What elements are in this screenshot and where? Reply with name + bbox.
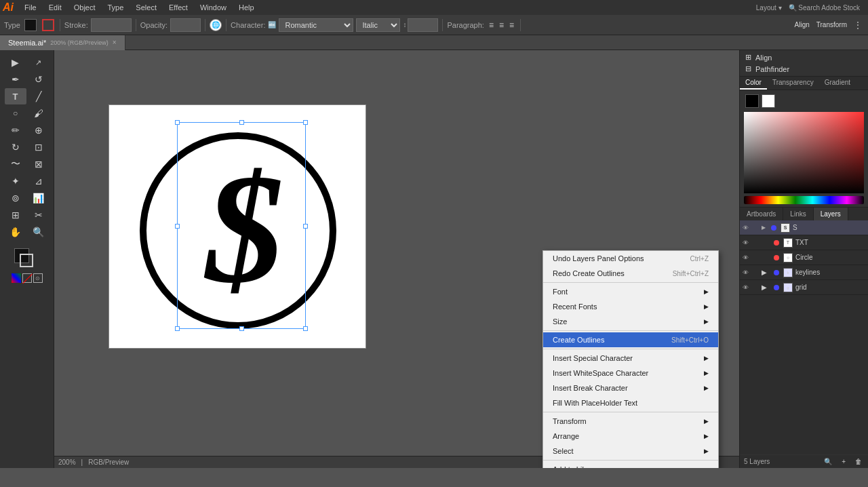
eye-icon-grid[interactable]: 👁 — [743, 284, 751, 291]
menu-object[interactable]: Object — [68, 2, 101, 13]
layers-tab[interactable]: Layers — [814, 208, 848, 220]
menu-help[interactable]: Help — [233, 2, 260, 13]
color-swatches — [740, 90, 868, 112]
ctx-insert-whitespace[interactable]: Insert WhiteSpace Character ▶ — [543, 366, 718, 381]
ctx-insert-special[interactable]: Insert Special Character ▶ — [543, 351, 718, 366]
artboards-tab[interactable]: Artboards — [740, 208, 783, 220]
arrow-icon-s[interactable]: ▶ — [762, 225, 768, 231]
layer-name-keylines: keylines — [795, 269, 865, 276]
shaper-tool[interactable]: ⊕ — [28, 122, 50, 138]
align-panel-btn[interactable]: Align — [793, 20, 812, 29]
ctx-arrange[interactable]: Arrange ▶ — [543, 429, 718, 444]
arrow-keylines[interactable]: ▶ — [762, 269, 771, 276]
symbol-sprayer-tool[interactable]: ⊚ — [5, 190, 26, 206]
opacity-input[interactable]: 100% — [170, 18, 201, 32]
eye-icon-keylines[interactable]: 👁 — [743, 269, 751, 276]
slice-tool[interactable]: ✂ — [28, 207, 50, 223]
layout-dropdown[interactable]: Layout ▾ — [756, 4, 782, 12]
color-tab[interactable]: Color — [740, 77, 767, 90]
ctx-transform[interactable]: Transform ▶ — [543, 414, 718, 429]
none-swatch[interactable] — [22, 273, 32, 283]
transparency-tab[interactable]: Transparency — [767, 77, 819, 90]
menu-edit[interactable]: Edit — [43, 2, 67, 13]
transform-panel-btn[interactable]: Transform — [814, 20, 849, 29]
ctx-redo[interactable]: Redo Create Outlines Shift+Ctrl+Z — [543, 266, 718, 281]
perspective-tool[interactable]: ⊿ — [28, 173, 50, 189]
align-left-btn[interactable]: ≡ — [487, 20, 496, 31]
search-layers-btn[interactable]: 🔍 — [822, 457, 834, 466]
menu-window[interactable]: Window — [195, 2, 232, 13]
bg-swatch[interactable] — [762, 94, 775, 108]
pencil-tool[interactable]: ✏ — [5, 122, 26, 138]
layer-row-grid[interactable]: 👁 ▶ g grid — [740, 280, 868, 295]
selection-tool[interactable]: ▶ — [5, 54, 26, 71]
style-select[interactable]: Italic — [356, 18, 400, 32]
menu-type[interactable]: Type — [102, 2, 130, 13]
rotate-tool[interactable]: ↻ — [5, 139, 26, 155]
ctx-create-outlines[interactable]: Create Outlines Shift+Ctrl+O — [543, 332, 718, 347]
layer-row-circle[interactable]: 👁 ○ Circle — [740, 250, 868, 265]
tab-close-btn[interactable]: × — [113, 39, 117, 46]
fill-swatch[interactable] — [24, 19, 37, 31]
hue-slider[interactable] — [744, 196, 864, 204]
pen-tool[interactable]: ✒ — [5, 71, 26, 87]
color-swatch[interactable]: ⊙ — [33, 273, 43, 283]
more-panels-btn[interactable]: ⋮ — [852, 20, 864, 31]
direct-select-tool[interactable]: ↗ — [28, 54, 50, 71]
type-label: Type — [4, 21, 20, 29]
type-tool[interactable]: T — [5, 88, 26, 104]
delete-layer-btn[interactable]: 🗑 — [853, 457, 864, 466]
artboard-tool[interactable]: ⊞ — [5, 207, 26, 223]
stroke-swatch[interactable] — [42, 19, 54, 31]
stroke-input[interactable] — [91, 18, 132, 32]
gradient-tab[interactable]: Gradient — [819, 77, 856, 90]
ellipse-tool[interactable]: ○ — [5, 105, 26, 121]
warp-tool[interactable]: 〜 — [5, 156, 26, 172]
add-layer-btn[interactable]: + — [840, 457, 848, 466]
ctx-size[interactable]: Size ▶ — [543, 314, 718, 329]
color-picker[interactable] — [744, 112, 864, 193]
eye-icon-txt[interactable]: 👁 — [743, 239, 751, 246]
ctx-recent-fonts[interactable]: Recent Fonts ▶ — [543, 299, 718, 314]
align-center-btn[interactable]: ≡ — [497, 20, 506, 31]
layer-row-s[interactable]: 👁 ▶ S S — [740, 220, 868, 235]
ctx-sep2 — [543, 330, 718, 331]
layer-row-txt[interactable]: 👁 T TXT — [740, 235, 868, 250]
layer-row-keylines[interactable]: 👁 ▶ k keylines — [740, 265, 868, 280]
eye-icon-s[interactable]: 👁 — [743, 225, 751, 231]
align-right-btn[interactable]: ≡ — [507, 20, 516, 31]
color-panel-tabs: Color Transparency Gradient — [740, 77, 868, 90]
free-transform-tool[interactable]: ⊠ — [28, 156, 50, 172]
hand-tool[interactable]: ✋ — [5, 224, 26, 240]
eye-icon-circle[interactable]: 👁 — [743, 254, 751, 261]
menu-file[interactable]: File — [19, 2, 42, 13]
ctx-select[interactable]: Select ▶ — [543, 444, 718, 459]
ctx-insert-break[interactable]: Insert Break Character ▶ — [543, 381, 718, 395]
line-tool[interactable]: ╱ — [28, 88, 50, 104]
ctx-font[interactable]: Font ▶ — [543, 284, 718, 299]
zoom-tool[interactable]: 🔍 — [28, 224, 50, 240]
active-tab[interactable]: Steemia.ai* 200% (RGB/Preview) × — [0, 35, 125, 50]
menu-select[interactable]: Select — [130, 2, 162, 13]
column-graph-tool[interactable]: 📊 — [28, 190, 50, 206]
puppet-warp-tool[interactable]: ✦ — [5, 173, 26, 189]
gradient-icon[interactable] — [12, 273, 21, 283]
ctx-fill-placeholder-label: Fill With PlaceHolder Text — [553, 399, 637, 407]
curvature-tool[interactable]: ↺ — [28, 71, 50, 87]
zoom-level[interactable]: 200% — [58, 459, 76, 466]
font-select[interactable]: Romantic — [279, 18, 353, 32]
globe-icon[interactable]: 🌐 — [210, 19, 222, 31]
app-logo: Ai — [3, 1, 14, 14]
stroke-color[interactable] — [20, 254, 33, 267]
size-input[interactable]: 135 pt — [408, 18, 438, 32]
links-tab[interactable]: Links — [783, 208, 813, 220]
paintbrush-tool[interactable]: 🖌 — [28, 105, 50, 121]
menu-effect[interactable]: Effect — [163, 2, 193, 13]
search-stock[interactable]: 🔍 Search Adobe Stock — [789, 4, 860, 12]
arrow-grid[interactable]: ▶ — [762, 284, 771, 291]
ctx-add-library[interactable]: Add to Library — [543, 462, 718, 468]
fg-swatch[interactable] — [745, 94, 759, 108]
ctx-fill-placeholder[interactable]: Fill With PlaceHolder Text — [543, 395, 718, 410]
ctx-undo[interactable]: Undo Layers Panel Options Ctrl+Z — [543, 251, 718, 266]
scale-tool[interactable]: ⊡ — [28, 139, 50, 155]
